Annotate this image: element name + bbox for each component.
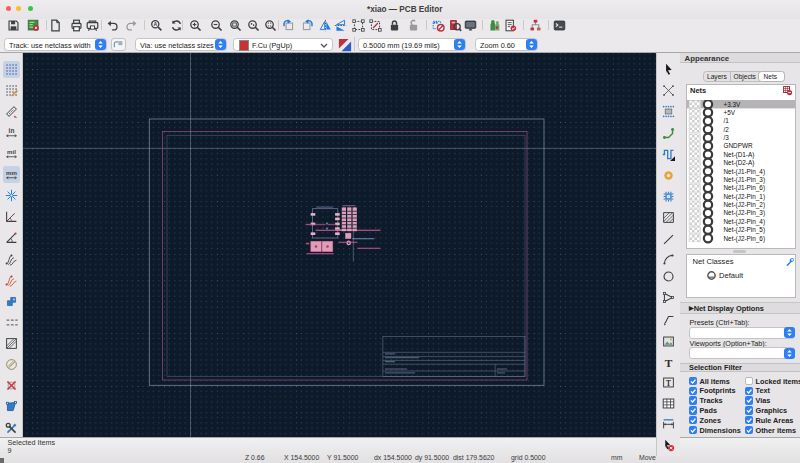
svg-text:+3.3V: +3.3V bbox=[724, 101, 742, 108]
svg-text:A: A bbox=[153, 21, 157, 27]
svg-text:/3: /3 bbox=[724, 134, 730, 141]
svg-text:Net-(J2-Pin_4): Net-(J2-Pin_4) bbox=[724, 218, 766, 226]
svg-text:T: T bbox=[664, 357, 672, 369]
svg-text:Net-(J2-Pin_5): Net-(J2-Pin_5) bbox=[724, 226, 766, 234]
svg-text:mil: mil bbox=[7, 147, 16, 154]
svg-text:Net-(J2-Pin_2): Net-(J2-Pin_2) bbox=[724, 201, 766, 209]
svg-text:/1: /1 bbox=[724, 117, 730, 124]
svg-text:Net-(J1-Pin_3): Net-(J1-Pin_3) bbox=[724, 176, 766, 184]
svg-text:Net-(J1-Pin_6): Net-(J1-Pin_6) bbox=[724, 184, 766, 192]
svg-text:Net-(D2-A): Net-(D2-A) bbox=[724, 159, 755, 167]
svg-text:Net-(J2-Pin_6): Net-(J2-Pin_6) bbox=[724, 235, 766, 243]
svg-text:+5V: +5V bbox=[724, 109, 736, 116]
svg-text:GNDPWR: GNDPWR bbox=[724, 142, 753, 149]
svg-text:in: in bbox=[8, 126, 14, 133]
svg-text:Net-(J1-Pin_4): Net-(J1-Pin_4) bbox=[724, 168, 766, 176]
svg-text:Net-(J2-Pin_1): Net-(J2-Pin_1) bbox=[724, 193, 766, 201]
svg-text:/2: /2 bbox=[724, 126, 730, 133]
svg-text:T: T bbox=[666, 378, 671, 387]
svg-text:Net-(J2-Pin_3): Net-(J2-Pin_3) bbox=[724, 209, 766, 217]
svg-text:Net-(D1-A): Net-(D1-A) bbox=[724, 151, 755, 159]
svg-text:mm: mm bbox=[6, 169, 17, 176]
